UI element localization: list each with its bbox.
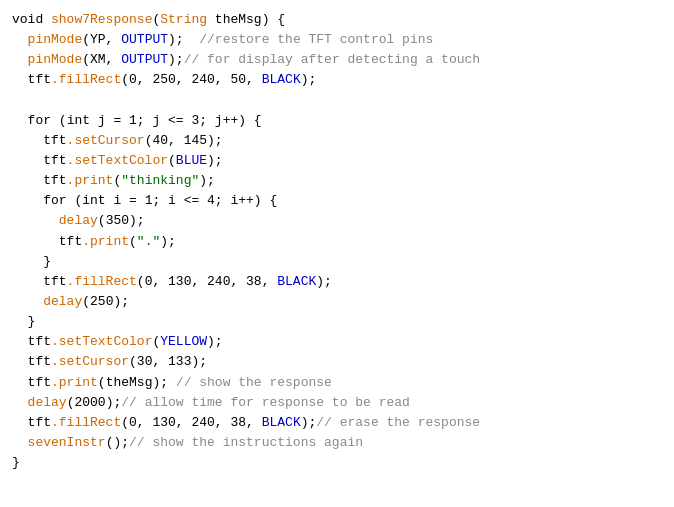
code-lines: void show7Response(String theMsg) { pinM…	[12, 10, 662, 473]
code-line: pinMode(YP, OUTPUT); //restore the TFT c…	[12, 30, 662, 50]
code-line: delay(250);	[12, 292, 662, 312]
code-editor: void show7Response(String theMsg) { pinM…	[0, 0, 674, 507]
code-line: tft.print(".");	[12, 232, 662, 252]
code-line: void show7Response(String theMsg) {	[12, 10, 662, 30]
code-line: tft.print("thinking");	[12, 171, 662, 191]
code-line: tft.setTextColor(BLUE);	[12, 151, 662, 171]
code-line: tft.fillRect(0, 130, 240, 38, BLACK);// …	[12, 413, 662, 433]
code-line: }	[12, 252, 662, 272]
code-line: delay(350);	[12, 211, 662, 231]
code-line	[12, 91, 662, 111]
code-line: tft.setCursor(40, 145);	[12, 131, 662, 151]
code-line: }	[12, 312, 662, 332]
code-line: }	[12, 453, 662, 473]
code-line: pinMode(XM, OUTPUT);// for display after…	[12, 50, 662, 70]
code-line: for (int i = 1; i <= 4; i++) {	[12, 191, 662, 211]
code-line: delay(2000);// allow time for response t…	[12, 393, 662, 413]
code-line: tft.setCursor(30, 133);	[12, 352, 662, 372]
code-line: tft.setTextColor(YELLOW);	[12, 332, 662, 352]
code-line: tft.print(theMsg); // show the response	[12, 373, 662, 393]
code-line: tft.fillRect(0, 130, 240, 38, BLACK);	[12, 272, 662, 292]
code-line: sevenInstr();// show the instructions ag…	[12, 433, 662, 453]
code-line: tft.fillRect(0, 250, 240, 50, BLACK);	[12, 70, 662, 90]
code-line: for (int j = 1; j <= 3; j++) {	[12, 111, 662, 131]
